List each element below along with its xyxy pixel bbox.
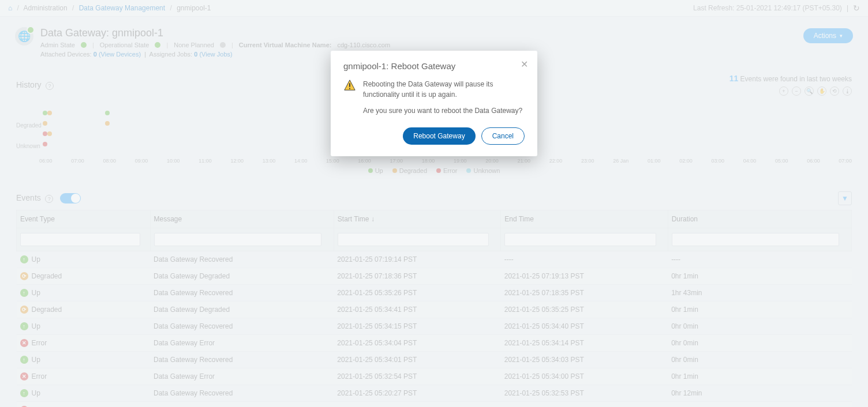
close-icon[interactable]: ✕ <box>521 59 528 70</box>
dialog-warning-text: Rebooting the Data Gateway will pause it… <box>363 79 525 100</box>
svg-rect-1 <box>349 88 350 89</box>
dialog-question: Are you sure you want to reboot the Data… <box>363 107 525 115</box>
svg-rect-0 <box>349 83 350 86</box>
dialog-title: gnmipool-1: Reboot Gateway <box>343 61 525 71</box>
reboot-gateway-dialog: ✕ gnmipool-1: Reboot Gateway Rebooting t… <box>331 51 537 156</box>
reboot-gateway-button[interactable]: Reboot Gateway <box>403 127 475 145</box>
warning-icon <box>343 79 356 100</box>
cancel-button[interactable]: Cancel <box>481 127 525 145</box>
modal-backdrop: ✕ gnmipool-1: Reboot Gateway Rebooting t… <box>0 0 868 407</box>
